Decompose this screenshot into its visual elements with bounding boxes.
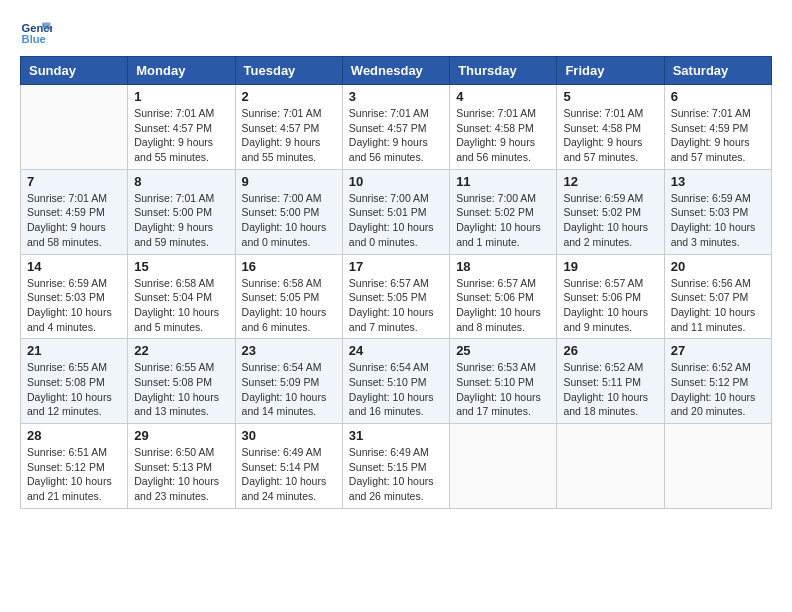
day-info: Sunrise: 6:57 AM Sunset: 5:06 PM Dayligh… — [456, 276, 550, 335]
day-info: Sunrise: 7:01 AM Sunset: 5:00 PM Dayligh… — [134, 191, 228, 250]
calendar-cell: 16Sunrise: 6:58 AM Sunset: 5:05 PM Dayli… — [235, 254, 342, 339]
day-info: Sunrise: 6:57 AM Sunset: 5:06 PM Dayligh… — [563, 276, 657, 335]
calendar-cell: 10Sunrise: 7:00 AM Sunset: 5:01 PM Dayli… — [342, 169, 449, 254]
calendar-cell: 23Sunrise: 6:54 AM Sunset: 5:09 PM Dayli… — [235, 339, 342, 424]
calendar-cell: 3Sunrise: 7:01 AM Sunset: 4:57 PM Daylig… — [342, 85, 449, 170]
calendar-cell: 28Sunrise: 6:51 AM Sunset: 5:12 PM Dayli… — [21, 424, 128, 509]
day-number: 28 — [27, 428, 121, 443]
day-number: 8 — [134, 174, 228, 189]
day-number: 4 — [456, 89, 550, 104]
day-info: Sunrise: 6:52 AM Sunset: 5:12 PM Dayligh… — [671, 360, 765, 419]
day-number: 16 — [242, 259, 336, 274]
calendar-cell: 19Sunrise: 6:57 AM Sunset: 5:06 PM Dayli… — [557, 254, 664, 339]
calendar-cell: 9Sunrise: 7:00 AM Sunset: 5:00 PM Daylig… — [235, 169, 342, 254]
page-header: General Blue — [20, 16, 772, 48]
day-number: 12 — [563, 174, 657, 189]
day-number: 24 — [349, 343, 443, 358]
calendar-cell: 5Sunrise: 7:01 AM Sunset: 4:58 PM Daylig… — [557, 85, 664, 170]
calendar-cell: 21Sunrise: 6:55 AM Sunset: 5:08 PM Dayli… — [21, 339, 128, 424]
day-number: 9 — [242, 174, 336, 189]
calendar-cell: 14Sunrise: 6:59 AM Sunset: 5:03 PM Dayli… — [21, 254, 128, 339]
calendar-cell: 11Sunrise: 7:00 AM Sunset: 5:02 PM Dayli… — [450, 169, 557, 254]
day-info: Sunrise: 6:56 AM Sunset: 5:07 PM Dayligh… — [671, 276, 765, 335]
day-info: Sunrise: 6:57 AM Sunset: 5:05 PM Dayligh… — [349, 276, 443, 335]
calendar-week-2: 7Sunrise: 7:01 AM Sunset: 4:59 PM Daylig… — [21, 169, 772, 254]
day-number: 10 — [349, 174, 443, 189]
logo: General Blue — [20, 16, 52, 48]
calendar-cell: 7Sunrise: 7:01 AM Sunset: 4:59 PM Daylig… — [21, 169, 128, 254]
day-info: Sunrise: 6:49 AM Sunset: 5:14 PM Dayligh… — [242, 445, 336, 504]
header-thursday: Thursday — [450, 57, 557, 85]
calendar-cell: 27Sunrise: 6:52 AM Sunset: 5:12 PM Dayli… — [664, 339, 771, 424]
svg-text:Blue: Blue — [22, 33, 46, 45]
day-info: Sunrise: 7:01 AM Sunset: 4:57 PM Dayligh… — [134, 106, 228, 165]
day-number: 2 — [242, 89, 336, 104]
header-tuesday: Tuesday — [235, 57, 342, 85]
header-sunday: Sunday — [21, 57, 128, 85]
calendar-header-row: SundayMondayTuesdayWednesdayThursdayFrid… — [21, 57, 772, 85]
calendar-cell: 4Sunrise: 7:01 AM Sunset: 4:58 PM Daylig… — [450, 85, 557, 170]
day-number: 31 — [349, 428, 443, 443]
calendar-cell: 6Sunrise: 7:01 AM Sunset: 4:59 PM Daylig… — [664, 85, 771, 170]
calendar-cell: 12Sunrise: 6:59 AM Sunset: 5:02 PM Dayli… — [557, 169, 664, 254]
day-number: 13 — [671, 174, 765, 189]
day-info: Sunrise: 6:58 AM Sunset: 5:05 PM Dayligh… — [242, 276, 336, 335]
calendar-cell: 13Sunrise: 6:59 AM Sunset: 5:03 PM Dayli… — [664, 169, 771, 254]
calendar-cell: 2Sunrise: 7:01 AM Sunset: 4:57 PM Daylig… — [235, 85, 342, 170]
day-number: 6 — [671, 89, 765, 104]
day-info: Sunrise: 6:52 AM Sunset: 5:11 PM Dayligh… — [563, 360, 657, 419]
day-info: Sunrise: 7:01 AM Sunset: 4:58 PM Dayligh… — [456, 106, 550, 165]
calendar-week-5: 28Sunrise: 6:51 AM Sunset: 5:12 PM Dayli… — [21, 424, 772, 509]
day-info: Sunrise: 6:54 AM Sunset: 5:10 PM Dayligh… — [349, 360, 443, 419]
day-number: 1 — [134, 89, 228, 104]
day-info: Sunrise: 7:00 AM Sunset: 5:01 PM Dayligh… — [349, 191, 443, 250]
calendar-cell: 31Sunrise: 6:49 AM Sunset: 5:15 PM Dayli… — [342, 424, 449, 509]
day-info: Sunrise: 6:54 AM Sunset: 5:09 PM Dayligh… — [242, 360, 336, 419]
day-info: Sunrise: 6:49 AM Sunset: 5:15 PM Dayligh… — [349, 445, 443, 504]
header-saturday: Saturday — [664, 57, 771, 85]
day-number: 17 — [349, 259, 443, 274]
calendar-week-1: 1Sunrise: 7:01 AM Sunset: 4:57 PM Daylig… — [21, 85, 772, 170]
day-number: 25 — [456, 343, 550, 358]
calendar-cell — [21, 85, 128, 170]
day-number: 3 — [349, 89, 443, 104]
day-info: Sunrise: 6:58 AM Sunset: 5:04 PM Dayligh… — [134, 276, 228, 335]
calendar-cell: 17Sunrise: 6:57 AM Sunset: 5:05 PM Dayli… — [342, 254, 449, 339]
day-info: Sunrise: 6:50 AM Sunset: 5:13 PM Dayligh… — [134, 445, 228, 504]
calendar-week-4: 21Sunrise: 6:55 AM Sunset: 5:08 PM Dayli… — [21, 339, 772, 424]
header-wednesday: Wednesday — [342, 57, 449, 85]
day-info: Sunrise: 6:55 AM Sunset: 5:08 PM Dayligh… — [27, 360, 121, 419]
day-info: Sunrise: 6:53 AM Sunset: 5:10 PM Dayligh… — [456, 360, 550, 419]
day-info: Sunrise: 7:01 AM Sunset: 4:58 PM Dayligh… — [563, 106, 657, 165]
calendar-cell: 1Sunrise: 7:01 AM Sunset: 4:57 PM Daylig… — [128, 85, 235, 170]
day-number: 27 — [671, 343, 765, 358]
calendar-cell — [557, 424, 664, 509]
day-number: 5 — [563, 89, 657, 104]
day-number: 15 — [134, 259, 228, 274]
calendar-cell: 30Sunrise: 6:49 AM Sunset: 5:14 PM Dayli… — [235, 424, 342, 509]
day-number: 11 — [456, 174, 550, 189]
header-friday: Friday — [557, 57, 664, 85]
day-info: Sunrise: 7:00 AM Sunset: 5:00 PM Dayligh… — [242, 191, 336, 250]
day-number: 7 — [27, 174, 121, 189]
calendar-cell: 24Sunrise: 6:54 AM Sunset: 5:10 PM Dayli… — [342, 339, 449, 424]
calendar-week-3: 14Sunrise: 6:59 AM Sunset: 5:03 PM Dayli… — [21, 254, 772, 339]
day-info: Sunrise: 6:59 AM Sunset: 5:03 PM Dayligh… — [27, 276, 121, 335]
day-number: 30 — [242, 428, 336, 443]
day-info: Sunrise: 6:55 AM Sunset: 5:08 PM Dayligh… — [134, 360, 228, 419]
day-number: 21 — [27, 343, 121, 358]
day-number: 22 — [134, 343, 228, 358]
calendar-cell: 18Sunrise: 6:57 AM Sunset: 5:06 PM Dayli… — [450, 254, 557, 339]
day-number: 18 — [456, 259, 550, 274]
calendar-cell — [664, 424, 771, 509]
calendar-cell: 15Sunrise: 6:58 AM Sunset: 5:04 PM Dayli… — [128, 254, 235, 339]
day-info: Sunrise: 6:59 AM Sunset: 5:02 PM Dayligh… — [563, 191, 657, 250]
day-info: Sunrise: 6:59 AM Sunset: 5:03 PM Dayligh… — [671, 191, 765, 250]
calendar-cell — [450, 424, 557, 509]
day-number: 23 — [242, 343, 336, 358]
header-monday: Monday — [128, 57, 235, 85]
day-info: Sunrise: 7:01 AM Sunset: 4:57 PM Dayligh… — [349, 106, 443, 165]
calendar-cell: 29Sunrise: 6:50 AM Sunset: 5:13 PM Dayli… — [128, 424, 235, 509]
day-info: Sunrise: 7:01 AM Sunset: 4:59 PM Dayligh… — [671, 106, 765, 165]
calendar-table: SundayMondayTuesdayWednesdayThursdayFrid… — [20, 56, 772, 509]
